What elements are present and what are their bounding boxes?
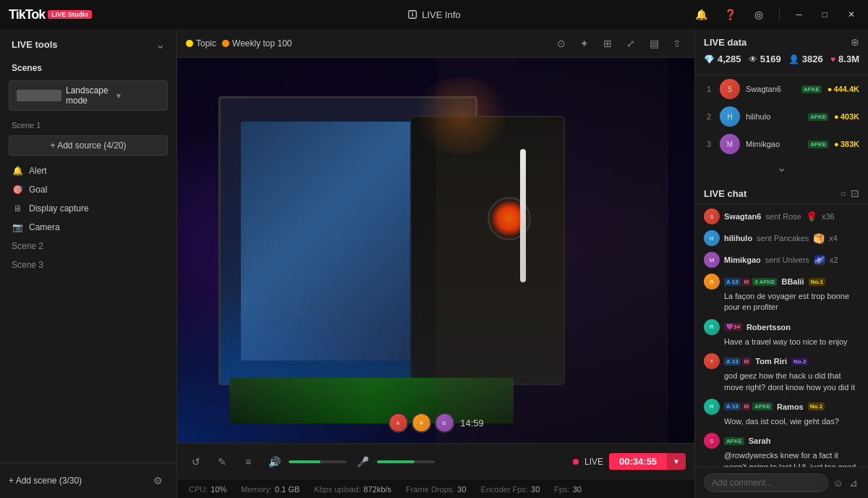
fps-status: Fps: 30 bbox=[554, 485, 582, 494]
bell-icon[interactable]: 🔔 bbox=[692, 6, 710, 23]
bbalii-badges: A 13 III 3 AFKE bbox=[724, 278, 777, 286]
add-scene-button[interactable]: + Add scene (3/30) bbox=[9, 476, 82, 486]
chat-text-4: La façon de voyager est trop bonne pour … bbox=[704, 291, 859, 313]
reset-icon[interactable]: ↺ bbox=[186, 452, 206, 472]
viewer-avatar-2: ★ bbox=[411, 413, 431, 433]
comment-input[interactable] bbox=[704, 473, 828, 492]
scene-settings-button[interactable]: ⚙ bbox=[148, 470, 168, 491]
mic-bar[interactable] bbox=[377, 460, 435, 463]
diamond-value: 4,285 bbox=[718, 54, 741, 64]
lb-badges-1: AFKE bbox=[801, 85, 822, 93]
tiktok-icon[interactable]: ◎ bbox=[750, 6, 767, 23]
heart-value: 8.3M bbox=[838, 54, 859, 64]
stat-diamonds: 💎 4,285 bbox=[704, 54, 741, 64]
chat-count-1: x36 bbox=[822, 212, 835, 221]
live-info-icon bbox=[407, 9, 417, 20]
camera-icon: 📷 bbox=[12, 221, 23, 233]
close-button[interactable]: ✕ bbox=[843, 0, 859, 29]
video-preview-area: A ★ B 14:59 bbox=[177, 58, 694, 443]
chat-msg-header-6: T A 13 III Tom Riri No.2 bbox=[704, 353, 859, 369]
live-studio-badge: LIVE Studio bbox=[48, 10, 92, 19]
topic-tags: Topic Weekly top 100 bbox=[186, 38, 292, 48]
settings-tool-icon[interactable]: ⊙ bbox=[553, 35, 570, 52]
live-data-expand-button[interactable]: ⊕ bbox=[851, 36, 859, 48]
weekly-tag: Weekly top 100 bbox=[222, 38, 292, 48]
chat-message-6: T A 13 III Tom Riri No.2 god geez how th… bbox=[704, 353, 859, 393]
titlebar-right: 🔔 ❓ ◎ ─ □ ✕ bbox=[692, 0, 859, 29]
chat-filter-icon[interactable]: ⊡ bbox=[851, 187, 859, 199]
chat-header: LIVE chat ○ ⊡ bbox=[695, 180, 868, 204]
chat-settings-icon[interactable]: ○ bbox=[841, 187, 846, 199]
viewer-avatars: A ★ B bbox=[388, 413, 454, 433]
live-info-label: LIVE Info bbox=[422, 9, 460, 20]
volume-icon[interactable]: 🔊 bbox=[264, 452, 284, 472]
lb-avatar-3: M bbox=[720, 134, 740, 154]
source-item-goal[interactable]: 🎯 Goal bbox=[0, 180, 176, 199]
edit-icon[interactable]: ✎ bbox=[212, 452, 232, 472]
weekly-dot bbox=[222, 40, 229, 47]
source-item-alert[interactable]: 🔔 Alert bbox=[0, 161, 176, 180]
r-badge-III: III bbox=[742, 402, 752, 410]
video-scene bbox=[177, 58, 694, 443]
main-content: LIVE tools ⌄ Scenes Landscape mode ▼ Sce… bbox=[0, 29, 868, 498]
mic-fill bbox=[377, 460, 414, 463]
eye-icon: 👁 bbox=[749, 54, 757, 64]
alert-label: Alert bbox=[29, 166, 47, 176]
sliders-icon[interactable]: ≡ bbox=[238, 452, 258, 472]
chat-text-8: @rowdywrecks knew for a fact it wasn't g… bbox=[704, 450, 859, 467]
frames-value: 30 bbox=[457, 485, 466, 494]
memory-status: Memory: 0.1 GB bbox=[241, 485, 299, 494]
scene-2-item[interactable]: Scene 2 bbox=[0, 237, 176, 256]
scene-3-item[interactable]: Scene 3 bbox=[0, 256, 176, 274]
sidebar-header: LIVE tools ⌄ bbox=[0, 29, 176, 57]
layout-icon[interactable]: ▤ bbox=[645, 35, 663, 52]
volume-bar[interactable] bbox=[289, 460, 346, 463]
cpu-status: CPU: 10% bbox=[189, 485, 226, 494]
cpu-label: CPU: bbox=[189, 485, 208, 494]
leaderboard: 1 S Swagtan6 AFKE ●444.4K 2 H hilihulo A… bbox=[695, 75, 868, 180]
live-data-section: LIVE data ⊕ 💎 4,285 👁 5169 👤 3826 ♥ bbox=[695, 29, 868, 75]
stat-hearts: ♥ 8.3M bbox=[830, 54, 859, 64]
view-value: 5169 bbox=[760, 54, 781, 64]
crop-icon[interactable]: ⊞ bbox=[599, 35, 616, 52]
goal-icon: 🎯 bbox=[12, 184, 23, 195]
show-more-button[interactable]: ⌄ bbox=[777, 161, 786, 174]
help-icon[interactable]: ❓ bbox=[721, 6, 739, 23]
resize-icon[interactable]: ⤢ bbox=[622, 35, 639, 52]
titlebar-center[interactable]: LIVE Info bbox=[407, 9, 460, 20]
sidebar-footer: + Add scene (3/30) ⚙ bbox=[0, 463, 176, 498]
chat-action-1: sent Rose bbox=[765, 212, 801, 221]
collapse-button[interactable]: ⌄ bbox=[156, 38, 165, 51]
lb-coins-2: ●403K bbox=[834, 112, 859, 121]
emoji-button[interactable]: ☺ bbox=[833, 474, 844, 491]
r-badge-no1: No.1 bbox=[808, 402, 825, 410]
chat-message-3: M Mimikgao sent Univers 🌌 x2 bbox=[704, 252, 859, 268]
send-filter-button[interactable]: ⊿ bbox=[848, 474, 860, 491]
lb-rank-3: 3 bbox=[704, 140, 714, 148]
chat-user-ramos: Ramos bbox=[777, 402, 804, 411]
video-toolbar: Topic Weekly top 100 ⊙ ✦ ⊞ ⤢ ▤ ⇧ bbox=[177, 29, 694, 58]
maximize-button[interactable]: □ bbox=[818, 0, 832, 29]
chat-count-3: x2 bbox=[830, 256, 838, 264]
chat-avatar-hilihulo: H bbox=[704, 230, 720, 246]
camera-label: Camera bbox=[29, 222, 60, 232]
share-icon[interactable]: ⇧ bbox=[668, 35, 686, 52]
titlebar-left: TikTok LIVE Studio bbox=[9, 7, 92, 22]
chat-section: LIVE chat ○ ⊡ S Swagtan6 sent Rose 🌹 x36 bbox=[695, 180, 868, 498]
lb-item-2: 2 H hilihulo AFKE ●403K bbox=[704, 103, 859, 130]
scene-label: Scene 1 bbox=[0, 117, 176, 132]
stats-row: 💎 4,285 👁 5169 👤 3826 ♥ 8.3M bbox=[704, 54, 859, 64]
sparkle-icon[interactable]: ✦ bbox=[576, 35, 593, 52]
live-label: LIVE bbox=[584, 457, 603, 467]
scene-mode-dropdown[interactable]: Landscape mode ▼ bbox=[9, 80, 168, 111]
live-dropdown-button[interactable]: ▼ bbox=[667, 453, 686, 470]
show-more[interactable]: ⌄ bbox=[704, 158, 859, 177]
minimize-button[interactable]: ─ bbox=[791, 0, 807, 29]
r-badge-afke: AFKE bbox=[752, 402, 773, 410]
source-item-camera[interactable]: 📷 Camera bbox=[0, 218, 176, 237]
source-item-display[interactable]: 🖥 Display capture bbox=[0, 199, 176, 218]
chat-action-3: sent Univers bbox=[765, 256, 809, 264]
chat-title: LIVE chat bbox=[704, 188, 746, 199]
mic-icon[interactable]: 🎤 bbox=[352, 452, 373, 472]
add-source-button[interactable]: + Add source (4/20) bbox=[9, 135, 168, 156]
